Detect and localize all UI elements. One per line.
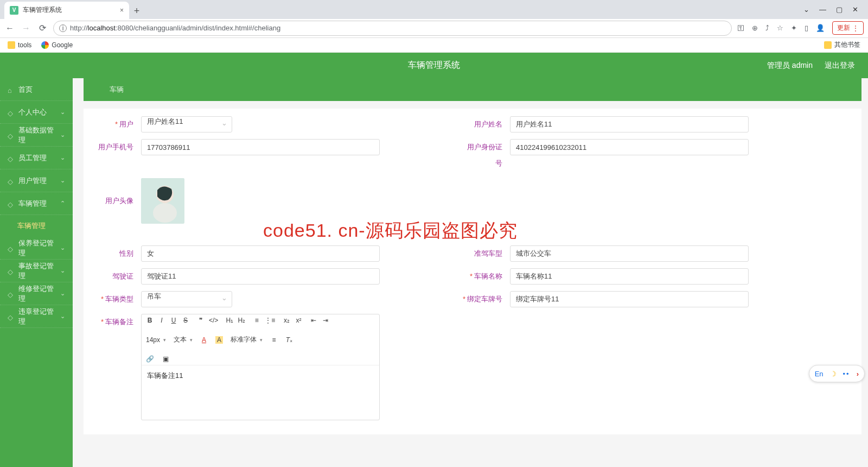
star-icon[interactable]: ☆ <box>777 24 783 32</box>
close-window-icon[interactable]: ✕ <box>852 5 858 14</box>
minimize-icon[interactable]: — <box>819 5 826 14</box>
reload-icon[interactable]: ⟳ <box>37 23 48 33</box>
users-icon: ◇ <box>8 178 14 184</box>
sidebar-sub-vehicle[interactable]: 车辆管理 <box>0 215 73 237</box>
gender-label: 性别 <box>119 249 133 257</box>
maximize-icon[interactable]: ▢ <box>836 5 843 14</box>
carname-label: 车辆名称 <box>474 272 502 280</box>
maint-icon: ◇ <box>8 245 14 251</box>
forward-icon[interactable]: → <box>21 23 31 33</box>
sidebar-item-home[interactable]: ⌂首页 <box>0 78 73 101</box>
moon-icon[interactable]: ☽ <box>830 370 837 378</box>
app-header: 车辆管理系统 管理员 admin 退出登录 <box>0 53 868 78</box>
phone-label: 用户手机号 <box>98 143 133 151</box>
carkind-select[interactable]: 吊车 <box>141 291 232 307</box>
gender-input[interactable] <box>141 245 380 262</box>
carkind-label: 车辆类型 <box>105 295 133 303</box>
profile-icon[interactable]: 👤 <box>816 24 825 32</box>
ime-bar[interactable]: En ☽ •• › <box>809 365 865 382</box>
ime-more-icon[interactable]: •• <box>843 370 850 378</box>
update-button[interactable]: 更新⋮ <box>832 21 864 35</box>
bgcolor-icon[interactable]: A <box>215 336 223 344</box>
violation-icon: ◇ <box>8 313 14 320</box>
idno-input[interactable] <box>510 139 749 155</box>
avatar-image[interactable] <box>141 178 184 224</box>
info-icon[interactable]: i <box>59 24 67 32</box>
bookmark-google[interactable]: Google <box>41 41 73 49</box>
reader-icon[interactable]: ▯ <box>805 24 808 32</box>
share-icon[interactable]: ⤴ <box>765 24 769 32</box>
sidebar-item-staff[interactable]: ◇员工管理⌄ <box>0 147 73 169</box>
sidebar-item-users[interactable]: ◇用户管理⌄ <box>0 169 73 192</box>
ime-expand-icon[interactable]: › <box>857 370 859 378</box>
h2-icon[interactable]: H₂ <box>238 317 245 324</box>
outdent-icon[interactable]: ⇤ <box>310 317 317 324</box>
home-icon: ⌂ <box>8 86 14 93</box>
user-label: 用户 <box>119 120 133 128</box>
key-icon[interactable]: ⚿ <box>737 24 744 32</box>
repair-icon: ◇ <box>8 291 14 297</box>
editor-content[interactable]: 车辆备注11 <box>142 365 379 420</box>
ul-icon[interactable]: ⋮≡ <box>265 317 275 324</box>
fontfamily-select[interactable]: 文本 <box>174 335 193 344</box>
bookmark-other[interactable]: 其他书签 <box>824 40 860 49</box>
h1-icon[interactable]: H₁ <box>226 317 233 324</box>
back-icon[interactable]: ← <box>4 23 15 33</box>
align-icon[interactable]: ≡ <box>270 336 278 344</box>
app-body: ⌂首页 ◇个人中心⌄ ◇基础数据管理⌄ ◇员工管理⌄ ◇用户管理⌄ ◇车辆管理⌃… <box>0 78 868 467</box>
link-icon[interactable]: 🔗 <box>146 355 154 363</box>
bookmark-tools[interactable]: tools <box>8 41 31 49</box>
license-input[interactable] <box>141 268 380 285</box>
sub-icon[interactable]: x₂ <box>283 317 290 324</box>
phone-input[interactable] <box>141 139 380 155</box>
ime-lang[interactable]: En <box>815 370 824 378</box>
browser-tab[interactable]: V 车辆管理系统 × <box>4 2 129 19</box>
sup-icon[interactable]: x² <box>295 317 302 324</box>
strike-icon[interactable]: S <box>182 317 189 324</box>
image-icon[interactable]: ▣ <box>162 355 169 363</box>
vue-favicon-icon: V <box>10 6 18 15</box>
admin-label[interactable]: 管理员 admin <box>767 61 813 71</box>
ol-icon[interactable]: ≡ <box>253 317 260 324</box>
sidebar-item-maintenance[interactable]: ◇保养登记管理⌄ <box>0 237 73 260</box>
zoom-icon[interactable]: ⊕ <box>752 24 758 32</box>
remark-editor[interactable]: B I U S ❞ </> H₁ H₂ <box>141 314 380 420</box>
clear-icon[interactable]: Tₓ <box>285 336 293 344</box>
bold-icon[interactable]: B <box>146 317 154 324</box>
accident-icon: ◇ <box>8 268 14 274</box>
editor-toolbar: B I U S ❞ </> H₁ H₂ <box>142 314 379 365</box>
carname-input[interactable] <box>510 268 749 285</box>
indent-icon[interactable]: ⇥ <box>322 317 329 324</box>
fontsize-select[interactable]: 14px <box>146 336 166 344</box>
sidebar-item-profile[interactable]: ◇个人中心⌄ <box>0 101 73 124</box>
cartype-input[interactable] <box>510 245 749 262</box>
cartype-label: 准驾车型 <box>474 249 502 257</box>
close-icon[interactable]: × <box>120 7 124 14</box>
quote-icon[interactable]: ❞ <box>197 317 205 324</box>
staff-icon: ◇ <box>8 155 14 161</box>
logout-link[interactable]: 退出登录 <box>825 61 855 71</box>
vehicle-icon: ◇ <box>8 200 14 207</box>
sidebar-item-accident[interactable]: ◇事故登记管理⌄ <box>0 260 73 282</box>
chevron-down-icon[interactable]: ⌄ <box>803 5 809 14</box>
username-input[interactable] <box>510 116 749 132</box>
italic-icon[interactable]: I <box>158 317 165 324</box>
underline-icon[interactable]: U <box>170 317 177 324</box>
avatar-label: 用户头像 <box>105 197 133 205</box>
extensions-icon[interactable]: ✦ <box>791 24 797 32</box>
username-label: 用户姓名 <box>474 120 502 128</box>
content-area: 车辆 *用户 用户姓名11 用户姓名 用户手机号 用户身份证号 <box>73 78 868 467</box>
code-icon[interactable]: </> <box>209 317 218 324</box>
user-icon: ◇ <box>8 109 14 116</box>
sidebar-item-violation[interactable]: ◇违章登记管理⌄ <box>0 305 73 328</box>
defaultfont-select[interactable]: 标准字体 <box>231 335 263 344</box>
url-input[interactable]: i http://localhost:8080/cheliangguanli/a… <box>53 21 732 36</box>
user-select[interactable]: 用户姓名11 <box>141 116 232 132</box>
sidebar-item-vehicle[interactable]: ◇车辆管理⌃ <box>0 192 73 215</box>
window-controls: ⌄ — ▢ ✕ <box>803 5 868 14</box>
textcolor-icon[interactable]: A <box>200 336 208 344</box>
sidebar-item-basedata[interactable]: ◇基础数据管理⌄ <box>0 124 73 147</box>
plate-input[interactable] <box>510 291 749 307</box>
new-tab-button[interactable]: + <box>129 4 144 19</box>
sidebar-item-repair[interactable]: ◇维修登记管理⌄ <box>0 282 73 305</box>
